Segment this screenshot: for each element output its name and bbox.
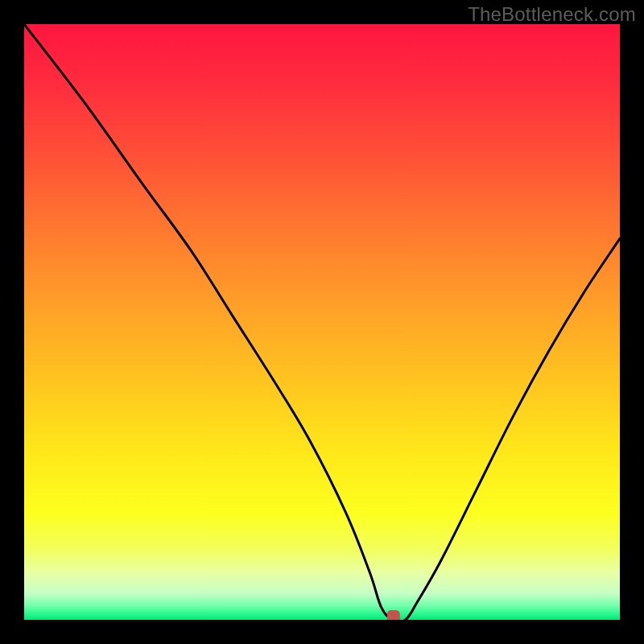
chart-svg: [24, 24, 620, 620]
optimum-marker: [387, 610, 400, 620]
gradient-background: [24, 24, 620, 620]
watermark-text: TheBottleneck.com: [468, 3, 636, 26]
plot-area: [24, 24, 620, 620]
chart-frame: TheBottleneck.com: [0, 0, 644, 644]
